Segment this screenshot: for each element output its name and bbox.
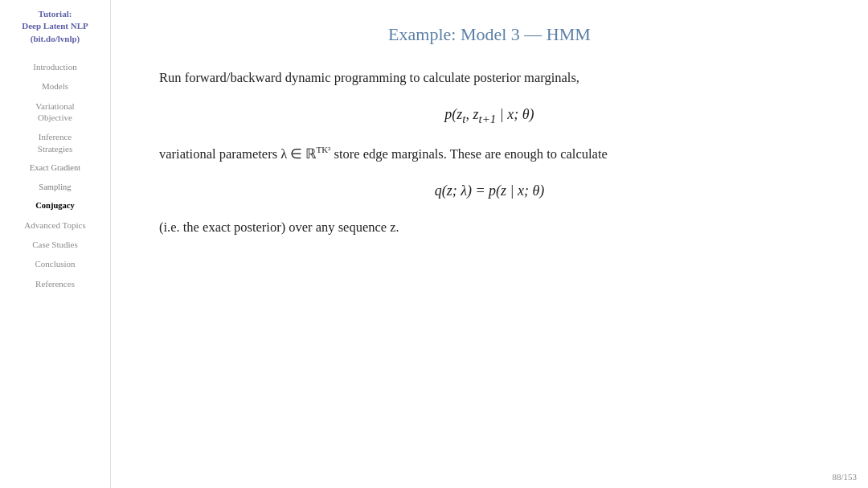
- math-block-2: q(z; λ) = p(z | x; θ): [159, 179, 820, 203]
- sidebar-item-advanced-topics[interactable]: Advanced Topics: [6, 218, 104, 232]
- sidebar-item-case-studies[interactable]: Case Studies: [6, 237, 104, 252]
- paragraph-2: variational parameters λ ∈ ℝTK² store ed…: [159, 143, 820, 165]
- paragraph-2-post: store edge marginals. These are enough t…: [330, 146, 607, 161]
- sidebar-item-conclusion[interactable]: Conclusion: [6, 256, 104, 271]
- paragraph-2-pre: variational parameters λ ∈ ℝ: [159, 146, 316, 161]
- math-block-1: p(zt, zt+1 | x; θ): [159, 103, 820, 129]
- paragraph-1: Run forward/backward dynamic programming…: [159, 68, 820, 88]
- sidebar-item-conjugacy[interactable]: Conjugacy: [6, 199, 104, 213]
- sidebar-item-sampling[interactable]: Sampling: [6, 180, 104, 195]
- sidebar-title: Tutorial: Deep Latent NLP (bit.do/lvnlp): [22, 8, 88, 45]
- sidebar-item-introduction[interactable]: Introduction: [6, 59, 104, 74]
- paragraph-3: (i.e. the exact posterior) over any sequ…: [159, 217, 820, 238]
- page-number: 88/153: [832, 472, 857, 482]
- paragraph-2-sup: TK²: [316, 145, 330, 154]
- sidebar-item-exact-gradient[interactable]: Exact Gradient: [6, 161, 104, 175]
- sidebar-item-models[interactable]: Models: [6, 79, 104, 93]
- sidebar-item-references[interactable]: References: [6, 277, 104, 291]
- main-content: Example: Model 3 — HMM Run forward/backw…: [111, 0, 868, 488]
- sidebar-item-variational-objective[interactable]: Variational Objective: [6, 99, 104, 125]
- slide-body: Run forward/backward dynamic programming…: [159, 68, 820, 238]
- sidebar-nav: IntroductionModelsVariational ObjectiveI…: [6, 59, 104, 291]
- sidebar: Tutorial: Deep Latent NLP (bit.do/lvnlp)…: [0, 0, 111, 488]
- sidebar-item-inference-strategies[interactable]: Inference Strategies: [6, 129, 104, 156]
- slide-title: Example: Model 3 — HMM: [159, 24, 820, 45]
